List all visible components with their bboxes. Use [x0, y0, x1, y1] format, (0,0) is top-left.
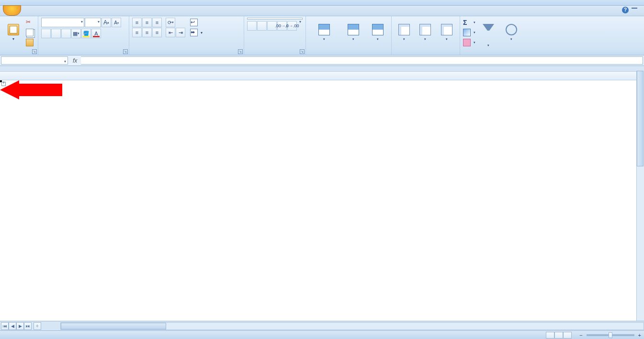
office-button[interactable]	[3, 5, 21, 16]
first-sheet-button[interactable]: ⏮	[1, 322, 9, 330]
fill-button[interactable]: ▾	[463, 28, 475, 37]
eraser-icon	[463, 39, 471, 46]
underline-button[interactable]	[61, 29, 71, 38]
group-alignment: ≡ ≡ ≡ ⟳▾ ≡ ≡ ≡ ⇤ ⇥ ↩ ⬌ ▾	[129, 16, 244, 55]
prev-sheet-button[interactable]: ◀	[9, 322, 16, 330]
format-painter-button[interactable]	[26, 38, 35, 47]
fill-color-button[interactable]: 🪣	[81, 29, 91, 38]
title-bar	[0, 0, 644, 6]
conditional-formatting-button[interactable]: ▾	[309, 18, 339, 47]
format-cells-button[interactable]: ▾	[437, 18, 457, 47]
status-bar: − +	[0, 330, 644, 339]
fx-icon[interactable]: fx	[73, 57, 77, 64]
group-label-editing	[463, 54, 521, 55]
name-box[interactable]: ▾	[1, 56, 68, 65]
zoom-slider[interactable]	[587, 334, 634, 336]
italic-button[interactable]	[51, 29, 61, 38]
group-label-clipboard	[3, 54, 35, 55]
bold-button[interactable]	[41, 29, 51, 38]
border-button[interactable]: ▦▾	[71, 29, 81, 38]
autofill-options-icon[interactable]	[0, 80, 7, 87]
spacer	[0, 66, 644, 72]
sort-filter-button[interactable]: ▾	[478, 18, 498, 47]
copy-icon	[26, 29, 34, 36]
decrease-indent-button[interactable]: ⇤	[166, 28, 175, 37]
zoom-in-button[interactable]: +	[638, 332, 641, 338]
align-middle-button[interactable]: ≡	[142, 18, 152, 27]
sigma-icon: Σ	[463, 19, 471, 26]
cell-styles-button[interactable]: ▾	[367, 18, 388, 47]
font-dialog-launcher[interactable]: ↘	[123, 49, 128, 54]
percent-button[interactable]	[257, 21, 267, 31]
group-label-font	[41, 54, 126, 55]
funnel-icon	[483, 24, 494, 35]
autosum-button[interactable]: Σ ▾	[463, 18, 475, 27]
paste-button[interactable]: ▾	[3, 18, 24, 47]
formula-buttons: fx	[69, 55, 81, 66]
scrollbar-thumb[interactable]	[61, 323, 166, 329]
align-right-button[interactable]: ≡	[152, 28, 162, 37]
delete-cells-button[interactable]: ▾	[416, 18, 435, 47]
wrap-icon: ↩	[190, 19, 198, 26]
ribbon-tabs: ?	[0, 6, 644, 16]
shrink-font-button[interactable]: A▾	[112, 18, 121, 27]
group-label-alignment	[132, 54, 241, 55]
page-layout-view-button[interactable]	[554, 332, 563, 339]
brush-icon	[26, 39, 34, 46]
grow-font-button[interactable]: A▴	[102, 18, 111, 27]
new-sheet-button[interactable]: ✧	[34, 322, 41, 330]
copy-button[interactable]	[26, 28, 35, 37]
cut-button[interactable]: ✂	[26, 18, 35, 27]
number-format-select[interactable]: ▾	[247, 18, 303, 20]
font-family-select[interactable]: ▾	[41, 18, 84, 27]
delete-icon	[419, 24, 431, 35]
number-dialog-launcher[interactable]: ↘	[300, 49, 305, 54]
group-label-number	[247, 54, 303, 55]
find-select-button[interactable]: ▾	[501, 18, 521, 47]
group-styles: ▾ ▾ ▾	[306, 16, 392, 55]
clear-button[interactable]: ▾	[463, 38, 475, 47]
align-bottom-button[interactable]: ≡	[152, 18, 162, 27]
format-icon	[441, 24, 452, 35]
fill-icon	[463, 29, 471, 36]
last-sheet-button[interactable]: ⏭	[24, 322, 32, 330]
minimize-ribbon-icon[interactable]	[632, 8, 637, 9]
next-sheet-button[interactable]: ▶	[16, 322, 24, 330]
alignment-dialog-launcher[interactable]: ↘	[238, 49, 243, 54]
increase-indent-button[interactable]: ⇥	[176, 28, 185, 37]
find-icon	[506, 24, 517, 35]
currency-button[interactable]	[247, 21, 257, 31]
paste-icon	[8, 24, 19, 35]
page-break-view-button[interactable]	[563, 332, 572, 339]
merge-center-button[interactable]: ⬌ ▾	[190, 28, 203, 37]
clipboard-dialog-launcher[interactable]: ↘	[32, 49, 37, 54]
align-top-button[interactable]: ≡	[132, 18, 142, 27]
worksheet-grid[interactable]	[0, 72, 644, 311]
group-clipboard: ▾ ✂ ↘	[0, 16, 38, 55]
group-font: ▾ ▾ A▴ A▾ ▦▾ 🪣 A ↘	[38, 16, 129, 55]
font-size-select[interactable]: ▾	[85, 18, 101, 27]
cond-format-icon	[318, 24, 330, 35]
normal-view-button[interactable]	[546, 332, 554, 339]
font-color-button[interactable]: A	[91, 29, 101, 38]
formula-bar[interactable]	[81, 56, 643, 65]
scrollbar-thumb[interactable]	[637, 71, 644, 166]
horizontal-scrollbar[interactable]	[60, 322, 644, 330]
group-label-styles	[309, 54, 388, 55]
help-icon[interactable]: ?	[622, 7, 629, 13]
insert-cells-button[interactable]: ▾	[395, 18, 414, 47]
cell-styles-icon	[372, 24, 384, 35]
zoom-out-button[interactable]: −	[579, 332, 582, 338]
vertical-scrollbar[interactable]	[636, 71, 644, 321]
format-as-table-button[interactable]: ▾	[341, 18, 365, 47]
merge-icon: ⬌	[190, 29, 198, 36]
ribbon: ▾ ✂ ↘ ▾ ▾ A▴ A▾ ▦▾ 🪣	[0, 16, 644, 55]
decrease-decimal-button[interactable]: .0→.00	[287, 21, 297, 31]
align-left-button[interactable]: ≡	[132, 28, 142, 37]
align-center-button[interactable]: ≡	[142, 28, 152, 37]
table-icon	[348, 24, 359, 35]
orientation-button[interactable]: ⟳▾	[166, 18, 175, 27]
group-number: ▾ .00→.0 .0→.00 ↘	[244, 16, 306, 55]
formula-bar-row: ▾ fx	[0, 55, 644, 66]
wrap-text-button[interactable]: ↩	[190, 18, 203, 27]
